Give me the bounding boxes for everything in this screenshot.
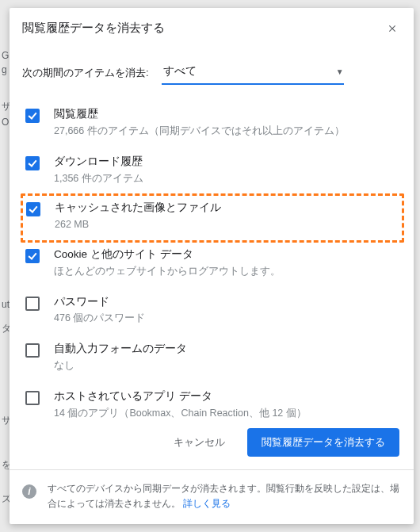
dialog-title: 閲覧履歴データを消去する — [22, 21, 165, 36]
option-row: ダウンロード履歴1,356 件のアイテム — [21, 148, 404, 196]
footer-text: すべてのデバイスから同期データが消去されます。閲覧行動を反映した設定は、場合によ… — [48, 481, 401, 511]
time-range-select[interactable]: すべて ▼ — [162, 61, 344, 85]
option-text: Cookie と他のサイト データほとんどのウェブサイトからログアウトします。 — [54, 247, 399, 279]
cancel-button[interactable]: キャンセル — [159, 428, 239, 457]
dialog-actions: キャンセル 閲覧履歴データを消去する — [10, 419, 414, 469]
option-text: ダウンロード履歴1,356 件のアイテム — [54, 155, 399, 186]
option-desc: 476 個のパスワード — [54, 311, 399, 326]
close-icon — [387, 23, 398, 34]
option-row: ホストされているアプリ データ14 個のアプリ（Bookmax、Chain Re… — [21, 383, 404, 419]
option-title: Cookie と他のサイト データ — [54, 247, 399, 262]
option-checkbox[interactable] — [25, 249, 40, 263]
option-checkbox[interactable] — [25, 343, 40, 358]
dialog-footer: i すべてのデバイスから同期データが消去されます。閲覧行動を反映した設定は、場合… — [10, 469, 414, 524]
option-row: 閲覧履歴27,666 件のアイテム（同期デバイスではそれ以上のアイテム） — [21, 101, 404, 148]
option-row: 自動入力フォームのデータなし — [21, 335, 404, 383]
option-row: キャッシュされた画像とファイル262 MB — [21, 193, 404, 243]
chevron-down-icon: ▼ — [336, 67, 344, 76]
option-title: ダウンロード履歴 — [54, 155, 399, 170]
time-range-row: 次の期間のアイテムを消去: すべて ▼ — [10, 45, 414, 90]
option-text: 閲覧履歴27,666 件のアイテム（同期デバイスではそれ以上のアイテム） — [54, 107, 399, 139]
option-desc: なし — [54, 358, 399, 373]
clear-browsing-data-dialog: 閲覧履歴データを消去する 次の期間のアイテムを消去: すべて ▼ 閲覧履歴27,… — [10, 8, 414, 524]
time-range-label: 次の期間のアイテムを消去: — [22, 66, 149, 80]
option-title: ホストされているアプリ データ — [54, 389, 399, 404]
option-row: パスワード476 個のパスワード — [21, 289, 404, 336]
option-title: 閲覧履歴 — [54, 107, 399, 122]
option-text: キャッシュされた画像とファイル262 MB — [55, 201, 399, 232]
option-title: パスワード — [54, 295, 399, 310]
option-desc: 27,666 件のアイテム（同期デバイスではそれ以上のアイテム） — [54, 124, 399, 139]
info-icon: i — [22, 484, 36, 499]
option-title: 自動入力フォームのデータ — [54, 342, 399, 357]
option-desc: 1,356 件のアイテム — [54, 171, 399, 186]
option-desc: 262 MB — [55, 217, 399, 232]
option-text: パスワード476 個のパスワード — [54, 295, 399, 327]
option-desc: 14 個のアプリ（Bookmax、Chain Reaction、他 12 個） — [54, 406, 399, 419]
dialog-header: 閲覧履歴データを消去する — [10, 8, 414, 45]
option-text: ホストされているアプリ データ14 個のアプリ（Bookmax、Chain Re… — [54, 389, 399, 419]
confirm-button[interactable]: 閲覧履歴データを消去する — [247, 428, 399, 457]
option-desc: ほとんどのウェブサイトからログアウトします。 — [54, 264, 399, 279]
option-checkbox[interactable] — [26, 202, 40, 216]
option-checkbox[interactable] — [25, 391, 40, 405]
option-title: キャッシュされた画像とファイル — [55, 201, 399, 216]
option-text: 自動入力フォームのデータなし — [54, 342, 399, 373]
learn-more-link[interactable]: 詳しく見る — [183, 498, 231, 509]
options-list: 閲覧履歴27,666 件のアイテム（同期デバイスではそれ以上のアイテム）ダウンロ… — [10, 90, 414, 419]
option-checkbox[interactable] — [25, 297, 40, 311]
option-checkbox[interactable] — [25, 109, 40, 123]
option-checkbox[interactable] — [25, 156, 40, 170]
option-row: Cookie と他のサイト データほとんどのウェブサイトからログアウトします。 — [21, 241, 404, 289]
time-range-value: すべて — [163, 64, 197, 78]
close-button[interactable] — [385, 21, 399, 36]
